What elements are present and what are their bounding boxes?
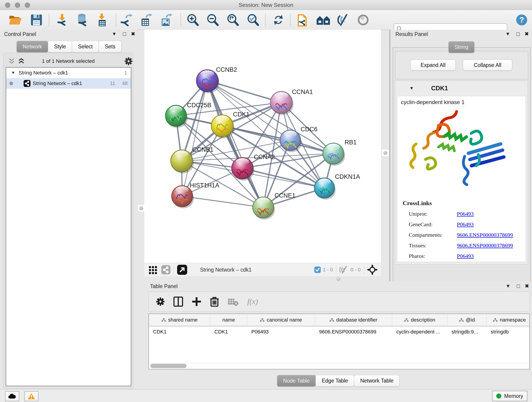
crosslink-link[interactable]: 9606.ENSP00000378699 <box>457 232 513 238</box>
control-panel-float-icon[interactable]: □ <box>123 31 126 37</box>
section-collapse-icon[interactable]: ▼ <box>409 86 414 91</box>
tab-edge-table[interactable]: Edge Table <box>316 375 354 387</box>
zoom-out-button[interactable] <box>205 13 220 27</box>
tab-select[interactable]: Select <box>72 41 99 52</box>
column-header-namespace[interactable]: namespace <box>487 314 530 326</box>
network-tree-root-row[interactable]: ▼ String Network – cdk1 1 <box>6 68 131 78</box>
table-gear-icon[interactable] <box>156 297 165 306</box>
export-network-button[interactable] <box>119 13 134 27</box>
crosslink-link[interactable]: P06493 <box>457 211 474 217</box>
cloud-status-button[interactable] <box>5 391 19 401</box>
tab-sets[interactable]: Sets <box>99 41 121 52</box>
crosshair-icon[interactable] <box>367 265 377 275</box>
string-labels-button[interactable] <box>336 13 351 27</box>
table-row[interactable]: CDK1CDK1P064939606.ENSP00000378699cyclin… <box>149 326 529 337</box>
crosslink-link[interactable]: 9606.ENSP00000378699 <box>457 242 513 249</box>
table-cell[interactable]: CDK1 <box>210 326 247 337</box>
help-button[interactable]: ? <box>514 13 529 27</box>
network-node-ccna1[interactable] <box>270 91 293 115</box>
tab-network[interactable]: Network <box>17 41 48 52</box>
string-import-button[interactable] <box>296 13 311 27</box>
string-document-icon <box>298 13 309 27</box>
results-panel-menu-icon[interactable]: ▼ <box>505 31 510 37</box>
column-header-database-identifier[interactable]: database identifier <box>315 314 392 326</box>
control-panel-tabs: NetworkStyleSelectSets <box>17 41 121 52</box>
table-panel-float-icon[interactable]: □ <box>517 283 520 289</box>
delete-column-icon[interactable] <box>210 297 219 307</box>
hidden-eye-icon[interactable] <box>340 266 349 274</box>
gear-icon[interactable] <box>124 57 133 65</box>
open-file-button[interactable] <box>8 13 23 27</box>
column-header-shared-name[interactable]: shared name <box>149 314 210 326</box>
control-panel: Control Panel ▼ □ ✖ NetworkStyleSelectSe… <box>0 30 137 389</box>
zoom-selected-button[interactable] <box>245 13 260 27</box>
crosslink-link[interactable]: P06493 <box>457 221 474 228</box>
table-cell[interactable]: stringdb:9... <box>447 326 487 337</box>
table-panel-menu-icon[interactable]: ▼ <box>506 283 510 289</box>
string-glass-ball-button[interactable] <box>355 13 371 27</box>
selected-checkbox-icon[interactable] <box>314 266 321 273</box>
tab-style[interactable]: Style <box>48 41 72 52</box>
crosslinks-list: Uniprot:P06493GeneCard:P06493Compartment… <box>397 209 526 261</box>
network-node-hist1h1a[interactable] <box>172 186 194 208</box>
zoom-fit-button[interactable] <box>225 13 240 27</box>
table-cell[interactable]: P06493 <box>247 326 315 337</box>
results-panel-close-icon[interactable]: ✖ <box>525 31 529 37</box>
export-image-button[interactable] <box>158 13 174 27</box>
network-tree-row[interactable]: String Network – cdk1 11 48 <box>6 78 131 89</box>
memory-button[interactable]: Memory <box>492 391 527 401</box>
right-splitter-handle[interactable] <box>382 149 389 157</box>
network-mode-icon[interactable] <box>161 265 171 274</box>
function-builder-icon: f(x) <box>247 297 258 306</box>
expand-all-button[interactable]: Expand All <box>410 60 456 70</box>
import-table-file-button[interactable] <box>94 13 109 27</box>
status-bar: Memory <box>0 389 532 402</box>
column-header-description[interactable]: description <box>392 314 447 326</box>
table-cell[interactable]: 9606.ENSP00000378699 <box>315 326 392 337</box>
add-column-icon[interactable] <box>192 297 201 306</box>
import-network-file-button[interactable] <box>55 13 70 27</box>
string-confidence-button[interactable] <box>316 13 331 27</box>
table-cell[interactable]: stringdb <box>487 326 530 337</box>
save-session-button[interactable] <box>29 13 44 27</box>
gene-section-header[interactable]: ▼ CDK1 <box>395 81 528 96</box>
tab-network-table[interactable]: Network Table <box>354 375 399 387</box>
network-node-cdkn1a[interactable] <box>314 178 336 200</box>
apply-layout-button[interactable] <box>271 13 286 27</box>
left-splitter-handle[interactable] <box>138 204 145 212</box>
network-canvas[interactable]: CCNB2CCNA1CDC25BCDK1CDC6RB1CCNB1CCNA2CDK… <box>144 30 381 263</box>
crosslink-link[interactable]: P06493 <box>457 253 474 259</box>
column-header-canonical-name[interactable]: canonical name <box>247 314 315 326</box>
houses-icon <box>316 15 330 25</box>
network-node-rb1[interactable] <box>323 143 345 166</box>
network-node-cdk1[interactable] <box>211 115 234 138</box>
splitter-grip-icon[interactable] <box>336 277 340 281</box>
results-panel-float-icon[interactable]: □ <box>516 31 520 37</box>
network-edge[interactable] <box>182 196 263 207</box>
table-cell[interactable]: cyclin-dependent ... <box>392 326 447 337</box>
memory-label: Memory <box>504 393 523 399</box>
zoom-in-button[interactable] <box>185 13 200 27</box>
tab-node-table[interactable]: Node Table <box>277 375 316 387</box>
scrollbar-thumb[interactable] <box>150 364 186 368</box>
tree-expand-icon[interactable]: ▼ <box>11 70 15 75</box>
table-cell[interactable]: CDK1 <box>149 326 210 337</box>
tab-string[interactable]: String <box>448 41 475 53</box>
table-panel-close-icon[interactable]: ✖ <box>525 283 529 289</box>
export-table-button[interactable] <box>138 13 153 27</box>
network-edge[interactable] <box>182 81 207 196</box>
node-label-hist1h1a: HIST1H1A <box>190 182 219 189</box>
warning-status-button[interactable] <box>24 391 38 401</box>
grid-mode-icon[interactable] <box>148 265 158 274</box>
column-header-name[interactable]: name <box>210 314 247 326</box>
show-columns-icon[interactable] <box>173 297 183 307</box>
control-panel-close-icon[interactable]: ✖ <box>131 31 135 37</box>
horizontal-scrollbar[interactable] <box>149 363 529 369</box>
import-network-database-button[interactable] <box>74 13 89 27</box>
column-header--id[interactable]: @id <box>447 314 487 326</box>
control-panel-menu-icon[interactable]: ▼ <box>112 31 117 37</box>
toolbar-separator <box>290 13 291 27</box>
collapse-all-button[interactable]: Collapse All <box>463 60 512 70</box>
birdseye-toggle-icon[interactable] <box>177 265 187 275</box>
network-node-cdc25b[interactable] <box>165 105 188 128</box>
